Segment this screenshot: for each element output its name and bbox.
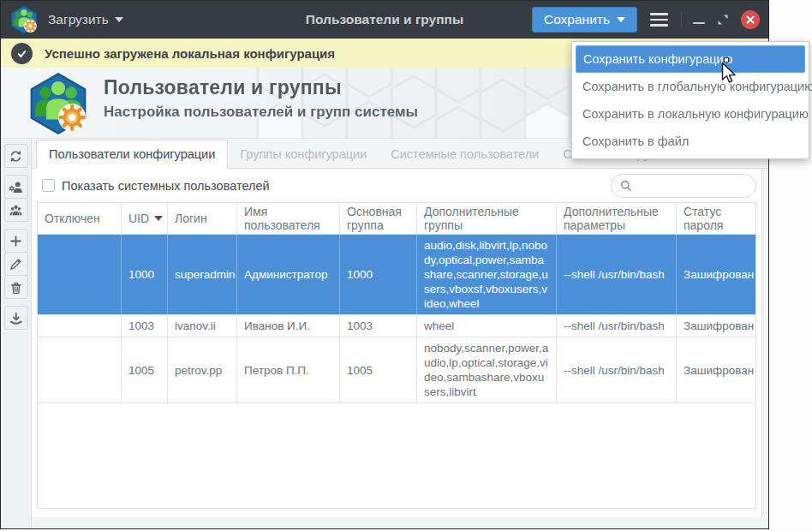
table-body: 1000superadminАдминистратор1000audio,dis… bbox=[38, 235, 755, 403]
plus-icon bbox=[9, 234, 23, 248]
tab-item[interactable]: Пользователи конфигурации bbox=[36, 140, 228, 169]
save-button[interactable]: Сохранить bbox=[532, 7, 637, 33]
table-header: ОтключенUIDЛогинИмя пользователяОсновная… bbox=[38, 203, 755, 235]
page-title: Пользователи и группы bbox=[104, 76, 418, 99]
table-row[interactable]: 1000superadminАдминистратор1000audio,dis… bbox=[38, 235, 755, 315]
user-gear-icon bbox=[9, 180, 23, 194]
edit-button[interactable] bbox=[4, 252, 28, 276]
toolbar: Показать системных пользователей bbox=[32, 169, 761, 202]
edit-user-button[interactable] bbox=[4, 175, 28, 199]
app-icon-large bbox=[27, 72, 90, 135]
refresh-button[interactable] bbox=[4, 144, 28, 168]
column-header[interactable]: Имя пользователя bbox=[237, 203, 340, 234]
restore-icon bbox=[716, 13, 730, 27]
column-header[interactable]: UID bbox=[122, 203, 168, 234]
pencil-icon bbox=[9, 257, 23, 271]
table-cell-extra-params: --shell /usr/bin/bash bbox=[557, 315, 677, 337]
table-cell-disabled bbox=[38, 315, 122, 337]
table-cell-primary-group: 1000 bbox=[340, 235, 417, 314]
table-cell-login: superadmin bbox=[168, 235, 237, 314]
restore-button[interactable] bbox=[716, 13, 730, 27]
table-cell-extra-groups: audio,disk,libvirt,lp,nobody,optical,pow… bbox=[417, 235, 557, 314]
chevron-down-icon bbox=[617, 17, 625, 22]
titlebar-separator bbox=[681, 12, 682, 27]
column-header[interactable]: Дополнительные параметры bbox=[557, 203, 677, 234]
table-cell-primary-group: 1005 bbox=[340, 337, 417, 403]
table-cell-uid: 1005 bbox=[122, 337, 168, 403]
menu-item[interactable]: Сохранить конфигурацию bbox=[576, 45, 805, 73]
import-button[interactable] bbox=[4, 306, 28, 330]
table-row[interactable]: 1005petrov.ppПетров П.П.1005nobody,scann… bbox=[38, 337, 755, 403]
trash-icon bbox=[9, 280, 23, 295]
table-cell-primary-group: 1003 bbox=[340, 315, 417, 337]
table-cell-extra-params: --shell /usr/bin/bash bbox=[557, 337, 677, 403]
save-button-label: Сохранить bbox=[544, 12, 610, 27]
table-cell-login: petrov.pp bbox=[168, 337, 237, 403]
tab-page: Показать системных пользователей Отключе… bbox=[32, 169, 762, 517]
tab-item[interactable]: Системные пользователи bbox=[379, 140, 551, 169]
column-header[interactable]: Дополнительные группы bbox=[417, 203, 557, 234]
column-header[interactable]: Отключен bbox=[38, 203, 122, 234]
load-button[interactable]: Загрузить bbox=[48, 12, 123, 27]
tab-item[interactable]: Группы конфигурации bbox=[228, 140, 379, 169]
table-cell-password-status: Зашифрован bbox=[677, 235, 756, 314]
edit-groups-button[interactable] bbox=[4, 198, 28, 222]
notification-text: Успешно загружена локальная конфигурация bbox=[45, 46, 335, 61]
users-icon bbox=[9, 203, 23, 218]
table-cell-extra-groups: wheel bbox=[417, 315, 557, 337]
table-cell-disabled bbox=[38, 337, 122, 403]
tool-sidebar bbox=[1, 139, 32, 528]
show-system-users-label: Показать системных пользователей bbox=[62, 179, 270, 193]
search-input[interactable] bbox=[611, 174, 756, 198]
menu-item[interactable]: Сохранить в глобальную конфигурацию bbox=[572, 73, 809, 100]
menu-icon[interactable] bbox=[648, 11, 670, 28]
users-table: ОтключенUIDЛогинИмя пользователяОсновная… bbox=[37, 202, 756, 509]
save-dropdown-menu: Сохранить конфигурациюСохранить в глобал… bbox=[571, 41, 809, 159]
minimize-icon bbox=[693, 22, 705, 24]
column-header[interactable]: Логин bbox=[168, 203, 237, 234]
table-cell-extra-groups: nobody,scanner,power,audio,lp,optical,st… bbox=[417, 337, 557, 403]
column-header[interactable]: Статус пароля bbox=[677, 203, 755, 234]
table-cell-extra-params: --shell /usr/bin/bash bbox=[557, 235, 677, 314]
column-header[interactable]: Основная группа bbox=[340, 203, 417, 234]
chevron-down-icon bbox=[115, 17, 123, 22]
table-cell-disabled bbox=[38, 235, 122, 314]
table-cell-name: Администратор bbox=[237, 235, 340, 314]
table-cell-name: Петров П.П. bbox=[237, 337, 340, 403]
close-icon bbox=[742, 11, 759, 28]
minimize-button[interactable] bbox=[693, 15, 705, 24]
page-subtitle: Настройка пользователей и групп системы bbox=[104, 104, 418, 121]
table-cell-name: Иванов И.И. bbox=[237, 315, 340, 337]
window-title: Пользователи и группы bbox=[306, 1, 463, 39]
load-button-label: Загрузить bbox=[48, 12, 109, 27]
table-row[interactable]: 1003ivanov.iiИванов И.И.1003wheel--shell… bbox=[38, 315, 755, 337]
download-icon bbox=[9, 311, 23, 325]
show-system-users-checkbox[interactable] bbox=[42, 179, 55, 192]
sort-arrow-icon bbox=[154, 216, 163, 221]
app-icon bbox=[9, 5, 39, 34]
success-check-icon bbox=[11, 43, 33, 64]
show-system-users-toggle[interactable]: Показать системных пользователей bbox=[42, 179, 270, 193]
titlebar: Загрузить Пользователи и группы Сохранит… bbox=[1, 1, 768, 39]
table-cell-uid: 1000 bbox=[122, 235, 168, 314]
table-cell-password-status: Зашифрован bbox=[677, 315, 756, 337]
delete-button[interactable] bbox=[4, 275, 28, 299]
close-button[interactable] bbox=[741, 10, 760, 29]
refresh-icon bbox=[9, 149, 23, 164]
menu-item[interactable]: Сохранить в файл bbox=[572, 128, 809, 155]
table-cell-uid: 1003 bbox=[122, 315, 168, 337]
menu-item[interactable]: Сохранить в локальную конфигурацию bbox=[572, 100, 809, 128]
table-cell-password-status: Зашифрован bbox=[677, 337, 756, 403]
add-button[interactable] bbox=[4, 229, 28, 253]
table-cell-login: ivanov.ii bbox=[168, 315, 237, 337]
